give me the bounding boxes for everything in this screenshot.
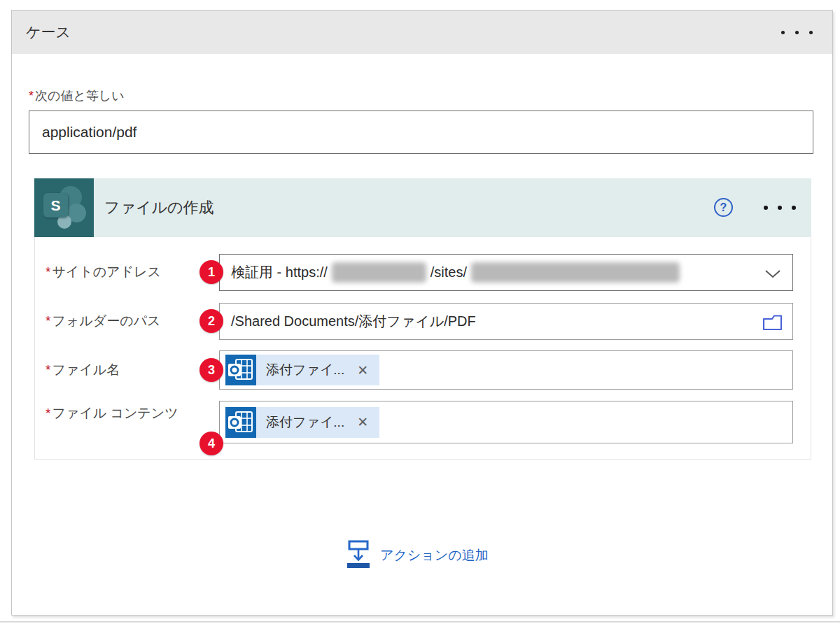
folder-path-label-text: フォルダーのパス xyxy=(52,313,160,328)
action-more-menu-icon[interactable] xyxy=(764,178,796,237)
outlook-icon xyxy=(225,407,256,438)
case-scope-card: ケース *次の値と等しい S ファイルの作成 ? *サイトのアドレス xyxy=(11,10,833,616)
folder-path-input[interactable]: /Shared Documents/添付ファイル/PDF xyxy=(219,303,793,340)
folder-picker-icon[interactable] xyxy=(762,313,783,332)
dynamic-content-token[interactable]: 添付ファイ... ✕ xyxy=(225,407,379,438)
remove-token-icon[interactable]: ✕ xyxy=(353,355,379,385)
required-asterisk: * xyxy=(46,406,50,420)
add-action-button[interactable]: アクションの追加 xyxy=(346,539,489,571)
scope-title: ケース xyxy=(26,10,71,54)
token-label: 添付ファイ... xyxy=(256,355,353,385)
action-card-header[interactable]: S ファイルの作成 ? xyxy=(34,178,811,237)
site-address-label-text: サイトのアドレス xyxy=(52,264,161,279)
annotation-badge-3: 3 xyxy=(200,358,223,382)
folder-path-label: *フォルダーのパス xyxy=(46,312,161,330)
condition-field-label: *次の値と等しい xyxy=(29,87,125,104)
dynamic-content-token[interactable]: 添付ファイ... ✕ xyxy=(225,355,379,385)
required-asterisk: * xyxy=(46,264,50,279)
file-content-label-text: ファイル コンテンツ xyxy=(52,406,178,420)
site-address-dropdown[interactable]: 検証用 - https:// /sites/ xyxy=(219,254,793,291)
remove-token-icon[interactable]: ✕ xyxy=(353,407,379,438)
add-action-label: アクションの追加 xyxy=(380,546,489,564)
sharepoint-icon: S xyxy=(34,178,94,237)
annotation-badge-4: 4 xyxy=(200,432,223,455)
file-name-field[interactable]: 添付ファイ... ✕ xyxy=(219,350,793,390)
help-icon[interactable]: ? xyxy=(714,198,733,217)
canvas-bottom-divider xyxy=(0,621,840,623)
token-label: 添付ファイ... xyxy=(256,407,353,438)
scope-more-menu-icon[interactable] xyxy=(781,10,813,54)
create-file-action-card: S ファイルの作成 ? *サイトのアドレス 検証用 - https:// /si… xyxy=(34,178,811,460)
case-scope-header[interactable]: ケース xyxy=(12,10,832,54)
condition-value-input[interactable] xyxy=(29,111,813,154)
sharepoint-icon-letter: S xyxy=(43,193,68,218)
folder-path-value: /Shared Documents/添付ファイル/PDF xyxy=(231,312,476,331)
file-name-label: *ファイル名 xyxy=(46,361,120,379)
required-asterisk: * xyxy=(29,89,34,103)
required-asterisk: * xyxy=(46,362,50,377)
required-asterisk: * xyxy=(46,313,50,328)
redacted-text-blur xyxy=(332,262,426,283)
site-address-label: *サイトのアドレス xyxy=(46,263,161,281)
outlook-icon xyxy=(225,355,256,385)
site-address-value-mid: /sites/ xyxy=(430,264,467,280)
action-title: ファイルの作成 xyxy=(104,178,214,237)
condition-field-label-text: 次の値と等しい xyxy=(35,89,125,103)
redacted-text-blur xyxy=(471,262,680,283)
site-address-value-prefix: 検証用 - https:// xyxy=(231,263,328,282)
file-name-label-text: ファイル名 xyxy=(52,362,120,377)
add-action-icon xyxy=(346,539,371,571)
chevron-down-icon xyxy=(764,269,781,278)
file-content-label: *ファイル コンテンツ xyxy=(46,404,178,422)
annotation-badge-1: 1 xyxy=(200,260,223,284)
flow-designer-canvas: ケース *次の値と等しい S ファイルの作成 ? *サイトのアドレス xyxy=(0,0,840,626)
file-content-field[interactable]: 添付ファイ... ✕ xyxy=(219,401,793,443)
annotation-badge-2: 2 xyxy=(200,309,223,333)
